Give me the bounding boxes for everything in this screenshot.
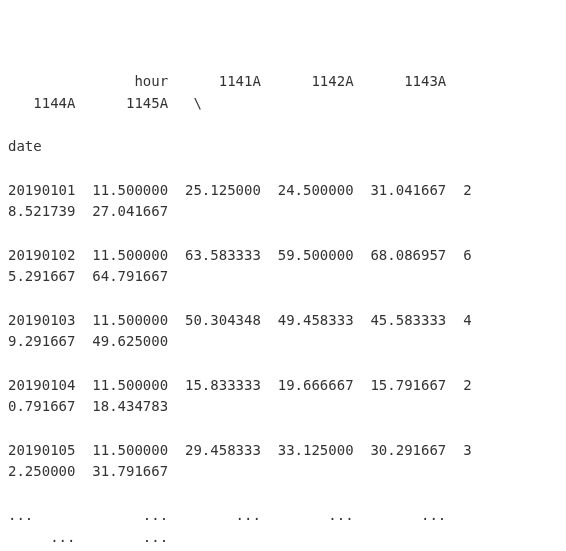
- header-index-name: date: [8, 136, 558, 158]
- table-row: 20190103 11.500000 50.304348 49.458333 4…: [8, 310, 558, 353]
- table-row: 20190101 11.500000 25.125000 24.500000 3…: [8, 180, 558, 223]
- header-columns: hour 1141A 1142A 1143A 1144A 1145A \: [8, 71, 558, 114]
- table-row: 20190102 11.500000 63.583333 59.500000 6…: [8, 245, 558, 288]
- table-ellipsis-row: ... ... ... ... ... ... ...: [8, 505, 558, 548]
- table-row: 20190104 11.500000 15.833333 19.666667 1…: [8, 375, 558, 418]
- table-row: 20190105 11.500000 29.458333 33.125000 3…: [8, 440, 558, 483]
